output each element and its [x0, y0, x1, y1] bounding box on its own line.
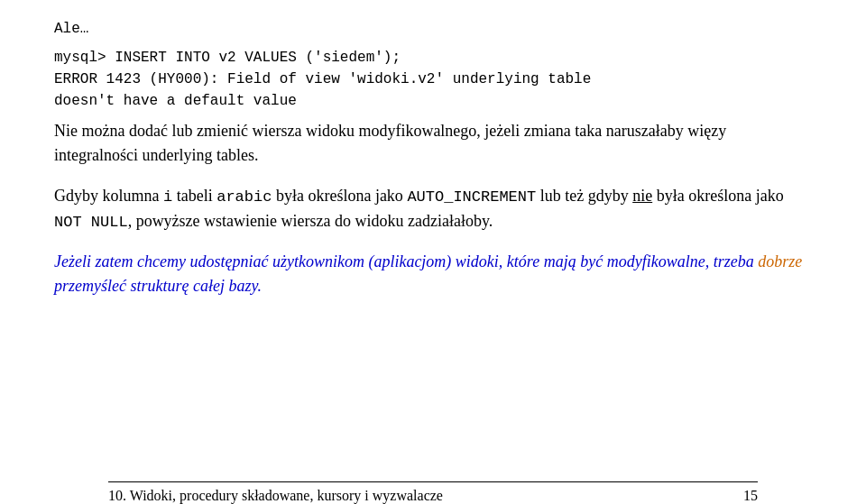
p2-after-i: tabeli	[172, 187, 216, 205]
p3-before-orange: Jeżeli zatem chcemy udostępniać użytkown…	[54, 252, 758, 270]
p3-orange: dobrze	[758, 252, 802, 270]
code-line-3: doesn't have a default value	[54, 90, 812, 112]
p2-after-auto: lub też gdyby	[536, 187, 632, 205]
code-line-1: mysql> INSERT INTO v2 VALUES ('siedem');	[54, 47, 812, 69]
p2-after-nie: była określona jako	[652, 187, 783, 205]
footer-bar: 10. Widoki, procedury składowane, kursor…	[108, 481, 758, 504]
paragraph-2: Gdyby kolumna i tabeli arabic była okreś…	[54, 184, 812, 234]
p2-auto-increment: AUTO_INCREMENT	[407, 188, 536, 206]
code-block: mysql> INSERT INTO v2 VALUES ('siedem');…	[54, 47, 812, 112]
paragraph-3: Jeżeli zatem chcemy udostępniać użytkown…	[54, 250, 812, 298]
p3-after-orange: przemyśleć strukturę całej bazy.	[54, 277, 262, 295]
p2-i-code: i	[163, 188, 172, 206]
p2-arabic-code: arabic	[216, 188, 272, 206]
p2-not-null: NOT NULL	[54, 214, 128, 231]
page-wrapper: Ale… mysql> INSERT INTO v2 VALUES ('sied…	[54, 18, 812, 504]
paragraph-1: Nie można dodać lub zmienić wiersza wido…	[54, 119, 812, 168]
code-line-2: ERROR 1423 (HY000): Field of view 'widok…	[54, 69, 812, 90]
paragraph-1-text: Nie można dodać lub zmienić wiersza wido…	[54, 122, 726, 164]
p2-nie: nie	[632, 187, 652, 205]
p2-middle: była określona jako	[272, 187, 407, 205]
title-line: Ale…	[54, 18, 812, 40]
page-content: Ale… mysql> INSERT INTO v2 VALUES ('sied…	[54, 18, 812, 315]
footer-left-text: 10. Widoki, procedury składowane, kursor…	[108, 488, 443, 504]
p2-before-i: Gdyby kolumna	[54, 187, 163, 205]
footer-page-number: 15	[743, 488, 758, 504]
p2-end: , powyższe wstawienie wiersza do widoku …	[128, 212, 493, 230]
header-title: Ale…	[54, 18, 812, 40]
